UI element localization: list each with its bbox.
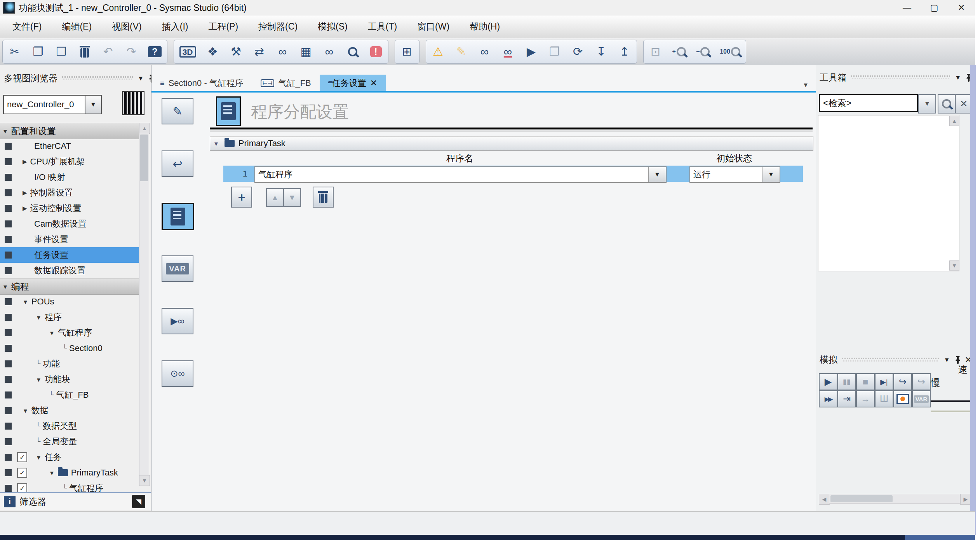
program-select[interactable]: 气缸程序 ▼ xyxy=(254,166,667,183)
tree-item-section0[interactable]: └ Section0 xyxy=(0,341,139,356)
search-icon[interactable] xyxy=(938,94,956,114)
monitor-glasses-icon[interactable]: ∞ xyxy=(323,46,336,58)
minimize-button[interactable]: — xyxy=(893,0,921,15)
tree-item-data[interactable]: ▼ 数据 xyxy=(0,403,139,418)
redo-icon[interactable]: ↷ xyxy=(125,46,138,58)
move-up-button[interactable]: ▲ xyxy=(266,188,284,207)
scrollbar-thumb[interactable] xyxy=(140,135,148,181)
monitor-mode-icon[interactable]: ∞ xyxy=(478,46,491,58)
tree-item-event-settings[interactable]: 事件设置 xyxy=(0,232,139,247)
expander-icon[interactable]: ▶ xyxy=(23,158,27,165)
help-icon[interactable]: ? xyxy=(148,46,162,57)
chevron-down-icon[interactable]: ▼ xyxy=(85,96,101,114)
zoom-100-icon[interactable]: 100 xyxy=(720,47,740,56)
3d-view-icon[interactable]: 3D xyxy=(179,46,196,58)
checkbox[interactable]: ✓ xyxy=(17,468,27,478)
paste-icon[interactable]: ❒ xyxy=(55,46,68,58)
tree-item-data-trace[interactable]: 数据跟踪设置 xyxy=(0,263,139,278)
toolbox-search-input[interactable]: <检索> xyxy=(819,94,918,112)
tree-item-pous[interactable]: ▼ POUs xyxy=(0,294,139,309)
simulation-pane-icon[interactable]: ⊞ xyxy=(400,46,414,58)
tree-item-functions[interactable]: └ 功能 xyxy=(0,356,139,372)
tree-section-programming[interactable]: ▼ 编程 xyxy=(0,278,139,295)
menu-project[interactable]: 工程(P) xyxy=(198,16,248,38)
expander-icon[interactable]: ▼ xyxy=(49,330,55,336)
copy-icon[interactable]: ❐ xyxy=(31,46,45,58)
run-program-icon[interactable]: ▶ xyxy=(525,46,538,58)
move-down-button[interactable]: ▼ xyxy=(283,188,301,207)
tree-item-cylinder-fb[interactable]: └ 气缸_FB xyxy=(0,387,139,403)
chevron-down-icon[interactable]: ▼ xyxy=(138,75,144,82)
expander-icon[interactable]: ▼ xyxy=(23,407,28,414)
task-time-monitor-button[interactable]: ⊙∞ xyxy=(162,360,193,387)
toolbox-content[interactable] xyxy=(818,115,959,271)
checkbox[interactable]: ✓ xyxy=(17,452,27,462)
filter-bar[interactable]: i 筛选器 ◥ xyxy=(0,492,151,510)
tree-item-cylinder-program[interactable]: ▼ 气缸程序 xyxy=(0,325,139,341)
delete-row-button[interactable] xyxy=(313,187,334,208)
task-execution-button[interactable]: ↩ xyxy=(162,150,193,177)
sim-fast-forward-button[interactable]: ▶▶ xyxy=(819,390,837,407)
menu-controller[interactable]: 控制器(C) xyxy=(248,16,308,38)
add-row-button[interactable]: + xyxy=(231,187,252,208)
tree-item-motion-control[interactable]: ▶ 运动控制设置 xyxy=(0,201,139,216)
chevron-down-icon[interactable]: ▼ xyxy=(648,167,666,182)
sim-step-out-button[interactable]: ↪ xyxy=(912,373,931,390)
tree-item-io-map[interactable]: I/O 映射 xyxy=(0,170,139,185)
auto-hide-icon[interactable]: ◥ xyxy=(132,495,145,508)
edit-mode-button[interactable]: ✎ xyxy=(162,98,193,124)
expander-icon[interactable]: ▼ xyxy=(2,283,8,290)
copy-program-icon[interactable]: ❐ xyxy=(548,46,561,58)
expander-icon[interactable]: ▼ xyxy=(49,470,55,476)
scrollbar-track[interactable] xyxy=(829,494,960,504)
scrollbar-right-button[interactable]: ▶ xyxy=(960,494,971,505)
sim-var-button[interactable]: VAR xyxy=(912,390,931,407)
menu-window[interactable]: 窗口(W) xyxy=(407,16,460,38)
search-dropdown-icon[interactable]: ▼ xyxy=(918,94,936,114)
scrollbar-down-button[interactable]: ▼ xyxy=(949,260,959,271)
variable-settings-button[interactable]: VAR xyxy=(162,255,193,282)
initial-state-select[interactable]: 运行 ▼ xyxy=(689,166,780,183)
tree-item-task-settings[interactable]: 任务设置 xyxy=(0,247,139,263)
speed-slider[interactable] xyxy=(931,400,971,402)
tree-item-function-blocks[interactable]: ▼ 功能块 xyxy=(0,372,139,387)
sim-step-in-button[interactable]: ↪ xyxy=(893,373,912,390)
delete-icon[interactable] xyxy=(78,46,91,58)
sim-step-button[interactable]: ▶| xyxy=(875,373,893,390)
cross-reference-icon[interactable]: ⇄ xyxy=(253,46,266,58)
chevron-down-icon[interactable]: ▼ xyxy=(762,167,780,182)
download-controller-icon[interactable]: ↧ xyxy=(595,46,608,58)
sim-run-to-button[interactable]: ⇥ xyxy=(837,390,856,407)
scrollbar-left-button[interactable]: ◀ xyxy=(819,494,830,505)
build-icon[interactable]: ⚒ xyxy=(230,46,243,58)
error-list-icon[interactable]: ! xyxy=(369,46,383,57)
synchronize-icon[interactable]: ⟳ xyxy=(571,46,585,58)
chevron-down-icon[interactable]: ▼ xyxy=(944,357,950,363)
sim-hold-button[interactable]: Ш xyxy=(875,390,893,407)
expander-icon[interactable]: ▼ xyxy=(36,454,42,461)
edit-disable-icon[interactable]: ✎ xyxy=(455,46,468,58)
expander-icon[interactable]: ▼ xyxy=(23,299,28,305)
menu-help[interactable]: 帮助(H) xyxy=(460,16,510,38)
menu-insert[interactable]: 插入(I) xyxy=(152,16,198,38)
watch-table-icon[interactable]: ▦ xyxy=(299,46,313,58)
tree-item-data-types[interactable]: └ 数据类型 xyxy=(0,418,139,434)
zoom-in-icon[interactable]: + xyxy=(672,47,686,56)
sim-stop-button[interactable]: ■ xyxy=(856,373,875,390)
menu-view[interactable]: 视图(V) xyxy=(102,16,152,38)
tab-cylinder-fb[interactable]: ⊢⊣ 气缸_FB xyxy=(252,75,320,92)
scrollbar-up-button[interactable]: ▲ xyxy=(949,116,959,126)
tree-item-primarytask[interactable]: ✓ ▼ PrimaryTask xyxy=(0,465,139,481)
sim-continue-button[interactable]: → xyxy=(856,390,875,407)
scrollbar-down-button[interactable]: ▼ xyxy=(139,475,150,486)
program-assignment-button[interactable] xyxy=(162,203,194,230)
undo-icon[interactable]: ↶ xyxy=(101,46,115,58)
sim-play-button[interactable]: ▶ xyxy=(819,373,837,390)
expander-icon[interactable]: ▼ xyxy=(213,140,219,147)
tree-item-programs[interactable]: ▼ 程序 xyxy=(0,309,139,325)
chevron-down-icon[interactable]: ▼ xyxy=(955,74,961,81)
tab-close-icon[interactable]: ✕ xyxy=(370,78,377,88)
scrollbar-up-button[interactable]: ▲ xyxy=(139,123,150,134)
expander-icon[interactable]: ▶ xyxy=(23,205,27,212)
maximize-button[interactable]: ▢ xyxy=(921,0,948,15)
